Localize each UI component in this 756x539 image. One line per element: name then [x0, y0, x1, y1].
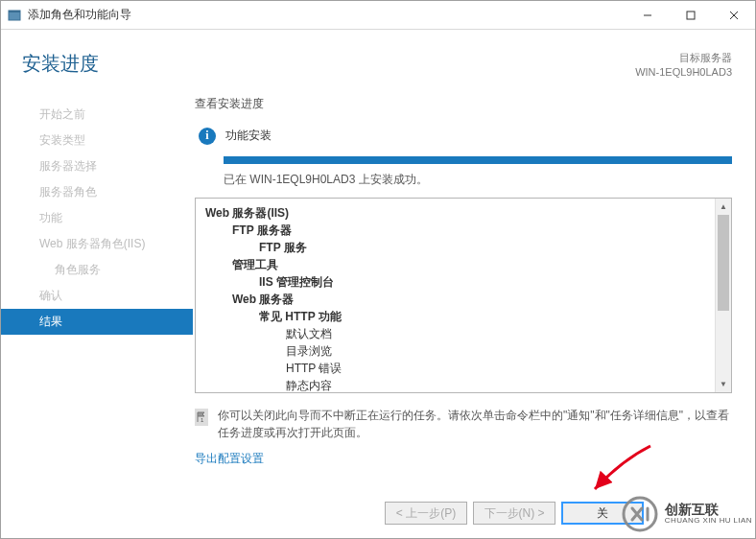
tree-node: FTP 服务器: [205, 222, 721, 239]
target-server-block: 目标服务器 WIN-1EQL9H0LAD3: [635, 51, 732, 81]
svg-rect-1: [9, 11, 20, 12]
maximize-button[interactable]: [669, 1, 712, 29]
wizard-step: 结果: [1, 309, 193, 335]
target-server-value: WIN-1EQL9H0LAD3: [635, 65, 732, 80]
app-icon: [7, 8, 22, 23]
page-title: 安装进度: [22, 51, 99, 77]
window-controls: [626, 1, 755, 29]
close-wizard-button[interactable]: 关: [561, 502, 644, 525]
wizard-step: 安装类型: [1, 128, 193, 153]
tree-node: IIS 管理控制台: [205, 273, 721, 291]
view-progress-label: 查看安装进度: [195, 96, 732, 112]
svg-text:1: 1: [201, 417, 204, 423]
minimize-icon: [643, 11, 652, 20]
titlebar-left: 添加角色和功能向导: [7, 7, 131, 23]
wizard-step: Web 服务器角色(IIS): [1, 231, 193, 257]
main-panel: 查看安装进度 i 功能安装 已在 WIN-1EQL9H0LAD3 上安装成功。 …: [193, 96, 755, 490]
wizard-step: 开始之前: [1, 102, 193, 128]
scroll-up-button[interactable]: ▲: [716, 199, 731, 215]
tree-node: 目录浏览: [205, 342, 721, 360]
svg-rect-3: [687, 12, 695, 19]
tree-node: Web 服务器: [205, 291, 721, 308]
wizard-step: 确认: [1, 283, 193, 309]
export-settings-link[interactable]: 导出配置设置: [195, 451, 732, 467]
feature-tree-box: Web 服务器(IIS)FTP 服务器FTP 服务管理工具IIS 管理控制台We…: [195, 198, 732, 393]
progress-bar: [224, 156, 732, 164]
titlebar: 添加角色和功能向导: [1, 1, 755, 30]
note-text: 你可以关闭此向导而不中断正在运行的任务。请依次单击命令栏中的"通知"和"任务详细…: [218, 407, 732, 441]
install-success-message: 已在 WIN-1EQL9H0LAD3 上安装成功。: [224, 172, 732, 188]
tree-node: Web 服务器(IIS): [205, 204, 721, 222]
scrollbar[interactable]: ▲ ▼: [715, 199, 731, 392]
next-button[interactable]: 下一步(N) >: [473, 502, 555, 525]
wizard-steps-sidebar: 开始之前安装类型服务器选择服务器角色功能Web 服务器角色(IIS)角色服务确认…: [1, 96, 193, 490]
wizard-window: 添加角色和功能向导 安装进度 目标服务器 WIN-1EQL9H0LAD3 开始之…: [0, 0, 756, 539]
feature-tree: Web 服务器(IIS)FTP 服务器FTP 服务管理工具IIS 管理控制台We…: [196, 199, 731, 392]
flag-icon: 1: [195, 409, 208, 426]
header: 安装进度 目标服务器 WIN-1EQL9H0LAD3: [1, 30, 755, 86]
tree-node: 常见 HTTP 功能: [205, 308, 721, 325]
tree-node: FTP 服务: [205, 239, 721, 256]
wizard-step: 功能: [1, 205, 193, 231]
wizard-step: 服务器选择: [1, 153, 193, 179]
status-text: 功能安装: [225, 128, 272, 144]
previous-button[interactable]: < 上一步(P): [385, 502, 467, 525]
maximize-icon: [686, 11, 696, 20]
scroll-thumb[interactable]: [718, 215, 729, 311]
tree-node: 管理工具: [205, 256, 721, 273]
scroll-down-button[interactable]: ▼: [716, 376, 731, 392]
wizard-step: 服务器角色: [1, 179, 193, 205]
tree-node: HTTP 错误: [205, 360, 721, 377]
footer-buttons: < 上一步(P) 下一步(N) > 关 取消: [1, 490, 755, 538]
body: 开始之前安装类型服务器选择服务器角色功能Web 服务器角色(IIS)角色服务确认…: [1, 86, 755, 490]
tree-node: 默认文档: [205, 325, 721, 342]
minimize-button[interactable]: [626, 1, 669, 29]
info-icon: i: [199, 128, 216, 145]
wizard-step: 角色服务: [1, 257, 193, 283]
status-row: i 功能安装: [195, 128, 732, 145]
window-title: 添加角色和功能向导: [28, 7, 131, 23]
close-button[interactable]: [712, 1, 755, 29]
note-row: 1 你可以关闭此向导而不中断正在运行的任务。请依次单击命令栏中的"通知"和"任务…: [195, 407, 732, 441]
close-icon: [729, 11, 739, 20]
tree-node: 静态内容: [205, 377, 721, 392]
target-server-label: 目标服务器: [635, 51, 732, 65]
